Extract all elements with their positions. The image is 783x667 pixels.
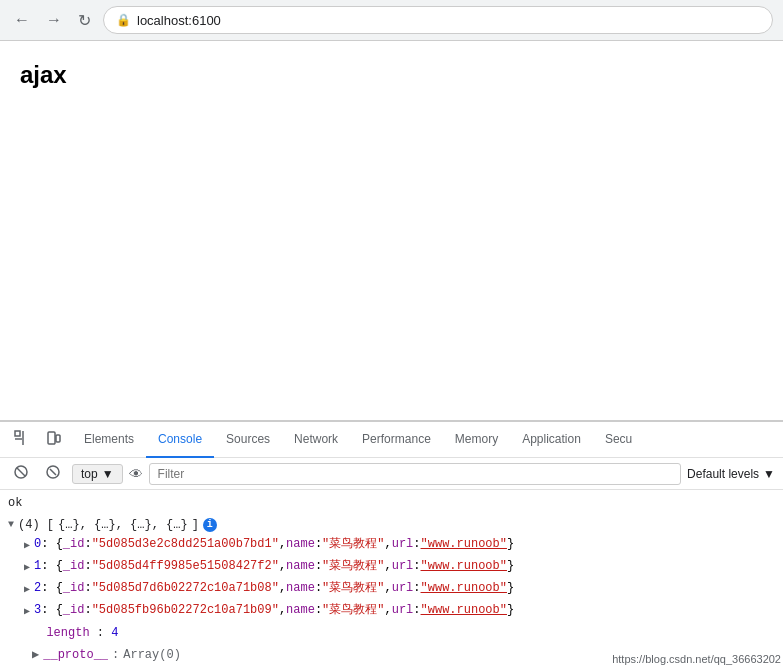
expand-arrow-icon: ▼ (8, 516, 14, 534)
reload-button[interactable]: ↻ (74, 9, 95, 32)
item-arrow-icon: ▶ (24, 537, 30, 555)
watermark: https://blog.csdn.net/qq_36663202 (612, 653, 781, 665)
clear-console-button[interactable] (8, 461, 34, 486)
console-ok-line: ok (0, 492, 783, 514)
tab-elements[interactable]: Elements (72, 422, 146, 458)
device-toggle-button[interactable] (40, 426, 68, 453)
back-button[interactable]: ← (10, 9, 34, 31)
browser-chrome: ← → ↻ 🔒 localhost:6100 (0, 0, 783, 41)
devtools-top-bar: Elements Console Sources Network Perform… (0, 422, 783, 458)
forward-button[interactable]: → (42, 9, 66, 31)
devtools-tabs: Elements Console Sources Network Perform… (72, 422, 775, 458)
length-line: length : 4 (24, 622, 775, 644)
page-content: ajax (0, 41, 783, 431)
eye-button[interactable]: 👁 (129, 466, 143, 482)
array-header[interactable]: ▼ (4) [ {…}, {…}, {…}, {…} ] i (8, 516, 775, 534)
array-content: ▶ 0 : { _id : "5d085d3e2c8dd251a00b7bd1"… (24, 534, 775, 666)
context-selector[interactable]: top ▼ (72, 464, 123, 484)
array-item-1[interactable]: ▶ 1 : { _id : "5d085d4ff9985e51508427f2"… (24, 556, 775, 578)
page-title: ajax (20, 61, 763, 89)
svg-rect-3 (48, 432, 55, 444)
console-output: ok ▼ (4) [ {…}, {…}, {…}, {…} ] i ▶ 0 : … (0, 490, 783, 667)
tab-sources[interactable]: Sources (214, 422, 282, 458)
url-text: localhost:6100 (137, 13, 760, 28)
svg-line-6 (17, 468, 25, 476)
proto-arrow-icon: ▶ (32, 646, 39, 664)
tab-network[interactable]: Network (282, 422, 350, 458)
array-item-3[interactable]: ▶ 3 : { _id : "5d085fb96b02272c10a71b09"… (24, 600, 775, 622)
devtools-panel: Elements Console Sources Network Perform… (0, 420, 783, 667)
tab-memory[interactable]: Memory (443, 422, 510, 458)
chevron-down-icon: ▼ (102, 467, 114, 481)
array-item-2[interactable]: ▶ 2 : { _id : "5d085d7d6b02272c10a71b08"… (24, 578, 775, 600)
item-arrow-icon: ▶ (24, 559, 30, 577)
item-arrow-icon: ▶ (24, 603, 30, 621)
item-arrow-icon: ▶ (24, 581, 30, 599)
info-badge: i (203, 518, 217, 532)
tab-security[interactable]: Secu (593, 422, 644, 458)
lock-icon: 🔒 (116, 13, 131, 27)
console-array-line[interactable]: ▼ (4) [ {…}, {…}, {…}, {…} ] i ▶ 0 : { _… (0, 514, 783, 667)
default-levels-selector[interactable]: Default levels ▼ (687, 467, 775, 481)
svg-line-8 (50, 469, 56, 475)
svg-rect-0 (15, 431, 20, 436)
tab-console[interactable]: Console (146, 422, 214, 458)
array-item-0[interactable]: ▶ 0 : { _id : "5d085d3e2c8dd251a00b7bd1"… (24, 534, 775, 556)
toggle-filter-button[interactable] (40, 461, 66, 486)
filter-input[interactable] (149, 463, 681, 485)
console-bar: top ▼ 👁 Default levels ▼ (0, 458, 783, 490)
inspect-element-button[interactable] (8, 426, 36, 453)
tab-application[interactable]: Application (510, 422, 593, 458)
svg-rect-4 (56, 435, 60, 442)
levels-chevron-icon: ▼ (763, 467, 775, 481)
address-bar[interactable]: 🔒 localhost:6100 (103, 6, 773, 34)
browser-toolbar: ← → ↻ 🔒 localhost:6100 (0, 0, 783, 40)
tab-performance[interactable]: Performance (350, 422, 443, 458)
